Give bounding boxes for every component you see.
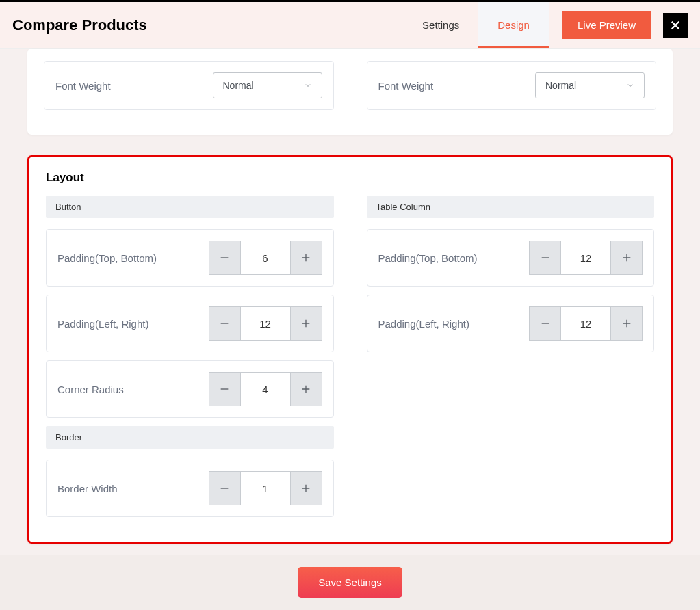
field-label: Padding(Left, Right) [57, 318, 148, 330]
minus-icon [219, 318, 230, 329]
font-weight-label: Font Weight [378, 80, 434, 92]
button-subheading: Button [46, 196, 334, 218]
typography-card: Font Weight Normal Font Weight Normal [27, 49, 673, 135]
button-corner-radius-input[interactable] [240, 372, 291, 406]
table-padding-tb-row: Padding(Top, Bottom) [367, 229, 655, 287]
field-label: Border Width [57, 483, 118, 494]
button-padding-tb-stepper [209, 241, 322, 275]
border-subheading: Border [46, 426, 334, 449]
field-label: Padding(Left, Right) [378, 318, 469, 330]
table-padding-lr-stepper [529, 306, 643, 341]
close-button[interactable] [663, 13, 688, 38]
table-padding-tb-stepper [529, 241, 643, 275]
increment-button[interactable] [291, 471, 322, 505]
border-width-input[interactable] [240, 471, 291, 505]
live-preview-button[interactable]: Live Preview [562, 11, 651, 39]
plus-icon [300, 384, 311, 395]
table-column-subheading: Table Column [367, 196, 655, 218]
plus-icon [621, 318, 632, 329]
table-padding-lr-row: Padding(Left, Right) [367, 295, 655, 352]
plus-icon [621, 252, 632, 263]
minus-icon [219, 483, 230, 494]
table-padding-lr-input[interactable] [560, 306, 611, 341]
page-title: Compare Products [12, 16, 147, 34]
minus-icon [540, 252, 551, 263]
minus-icon [219, 252, 230, 263]
select-value: Normal [545, 80, 576, 91]
table-padding-tb-input[interactable] [560, 241, 611, 275]
button-corner-radius-row: Corner Radius [46, 360, 334, 418]
decrement-button[interactable] [529, 306, 560, 341]
footer: Save Settings [0, 555, 700, 610]
button-padding-lr-input[interactable] [240, 306, 291, 341]
button-padding-lr-row: Padding(Left, Right) [46, 295, 334, 352]
font-weight-select-left[interactable]: Normal [213, 72, 322, 98]
increment-button[interactable] [291, 372, 322, 406]
field-label: Padding(Top, Bottom) [378, 252, 478, 264]
increment-button[interactable] [291, 241, 322, 275]
tab-design[interactable]: Design [478, 2, 549, 48]
tab-bar: Settings Design [403, 2, 549, 48]
font-weight-row-right: Font Weight Normal [367, 61, 657, 110]
increment-button[interactable] [291, 306, 322, 341]
layout-card: Layout Button Padding(Top, Bottom) Paddi… [27, 155, 673, 544]
border-width-stepper [209, 471, 322, 505]
increment-button[interactable] [611, 306, 643, 341]
font-weight-row-left: Font Weight Normal [44, 61, 334, 110]
font-weight-select-right[interactable]: Normal [535, 72, 645, 98]
increment-button[interactable] [611, 241, 643, 275]
button-padding-tb-row: Padding(Top, Bottom) [46, 229, 334, 287]
font-weight-label: Font Weight [55, 80, 111, 92]
decrement-button[interactable] [209, 471, 240, 505]
decrement-button[interactable] [529, 241, 560, 275]
field-label: Padding(Top, Bottom) [57, 252, 157, 264]
button-corner-radius-stepper [209, 372, 322, 406]
decrement-button[interactable] [209, 241, 240, 275]
button-padding-tb-input[interactable] [240, 241, 291, 275]
button-padding-lr-stepper [209, 306, 322, 341]
chevron-down-icon [304, 81, 312, 90]
minus-icon [219, 384, 230, 395]
select-value: Normal [223, 80, 254, 91]
field-label: Corner Radius [57, 384, 124, 395]
minus-icon [540, 318, 551, 329]
decrement-button[interactable] [209, 306, 240, 341]
header: Compare Products Settings Design Live Pr… [0, 2, 700, 49]
decrement-button[interactable] [209, 372, 240, 406]
tab-settings[interactable]: Settings [403, 2, 478, 48]
plus-icon [300, 252, 311, 263]
plus-icon [300, 483, 311, 494]
plus-icon [300, 318, 311, 329]
layout-section-title: Layout [29, 171, 671, 196]
save-settings-button[interactable]: Save Settings [298, 567, 402, 598]
close-icon [669, 19, 682, 31]
chevron-down-icon [626, 81, 634, 90]
border-width-row: Border Width [46, 460, 334, 517]
